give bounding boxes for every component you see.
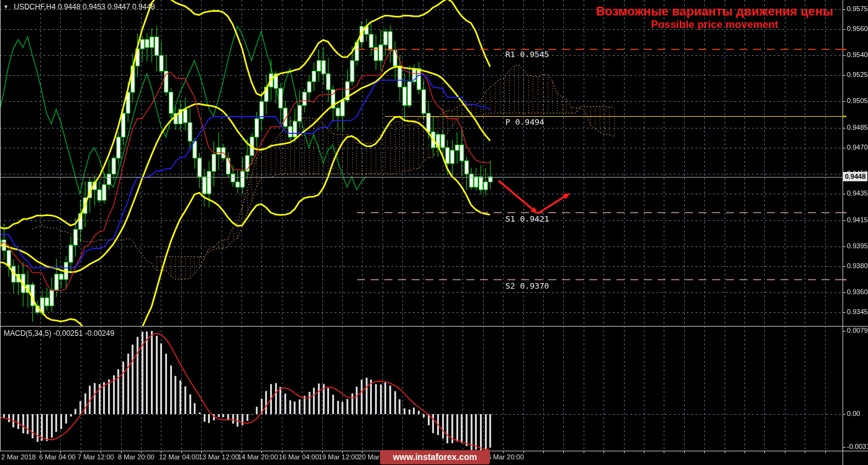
current-price-tag: 0.9448 [843, 172, 867, 181]
pivot-label-s1: S1 0.9421 [505, 214, 549, 223]
time-axis-label: 19 Mar 12:00 [319, 453, 359, 461]
pivot-label-s2: S2 0.9370 [505, 281, 549, 291]
price-movement-annotation: Возможные варианты движения цены Possibl… [562, 4, 867, 31]
price-axis-label: 0.9575 [847, 5, 868, 12]
price-axis-label: 0.9380 [847, 262, 868, 269]
price-axis-label: 0.9395 [847, 242, 868, 250]
price-axis-label: 0.9505 [847, 97, 868, 104]
chart-title-bar: ▼ USDCHF,H4 0.9448 0.9453 0.9447 0.9448 [3, 2, 155, 11]
time-axis-label: 13 Mar 12:00 [199, 453, 239, 461]
mt4-chart-window: ▼ USDCHF,H4 0.9448 0.9453 0.9447 0.9448 … [0, 0, 868, 465]
pivot-label-p: P 0.9494 [505, 117, 545, 127]
time-axis-label: 6 Mar 04:00 [39, 453, 76, 461]
instaforex-watermark: www.instaforex.com [380, 450, 490, 464]
annotation-line-ru: Возможные варианты движения цены [562, 4, 867, 19]
annotation-line-en: Possible price movement [562, 19, 867, 31]
time-axis-label: 7 Mar 12:00 [78, 453, 114, 461]
price-axis-label: 0.9525 [847, 71, 868, 78]
time-axis-label: 16 Mar 04:00 [279, 453, 319, 461]
macd-indicator-label: MACD(5,34,5) -0.00251 -0.00249 [4, 329, 114, 338]
symbol-ohlc-text: USDCHF,H4 0.9448 0.9453 0.9447 0.9448 [14, 2, 155, 11]
time-axis-label: 2 Mar 2018 [1, 453, 36, 461]
chart-canvas[interactable] [0, 0, 868, 465]
symbol-dropdown-icon[interactable]: ▼ [3, 4, 9, 10]
time-axis-label: 8 Mar 20:00 [118, 453, 155, 461]
pivot-label-r1: R1 0.9545 [505, 50, 549, 59]
price-axis-label: 0.9415 [847, 216, 868, 223]
macd-axis-label: 0.00799 [847, 327, 868, 334]
price-axis-label: 0.9360 [847, 288, 868, 296]
price-axis-label: 0.9485 [847, 124, 868, 131]
time-axis-label: 12 Mar 04:00 [159, 453, 199, 461]
price-axis-label: 0.9470 [847, 143, 868, 151]
macd-axis-label: -0.00318 [847, 443, 868, 450]
price-axis-label: 0.9345 [847, 308, 868, 315]
price-axis-label: 0.9540 [847, 51, 868, 58]
price-axis-label: 0.9435 [847, 189, 868, 197]
macd-axis-label: 0.00 [847, 410, 860, 417]
price-axis-label: 0.9560 [847, 25, 868, 32]
time-axis-label: 14 Mar 20:00 [238, 453, 278, 461]
